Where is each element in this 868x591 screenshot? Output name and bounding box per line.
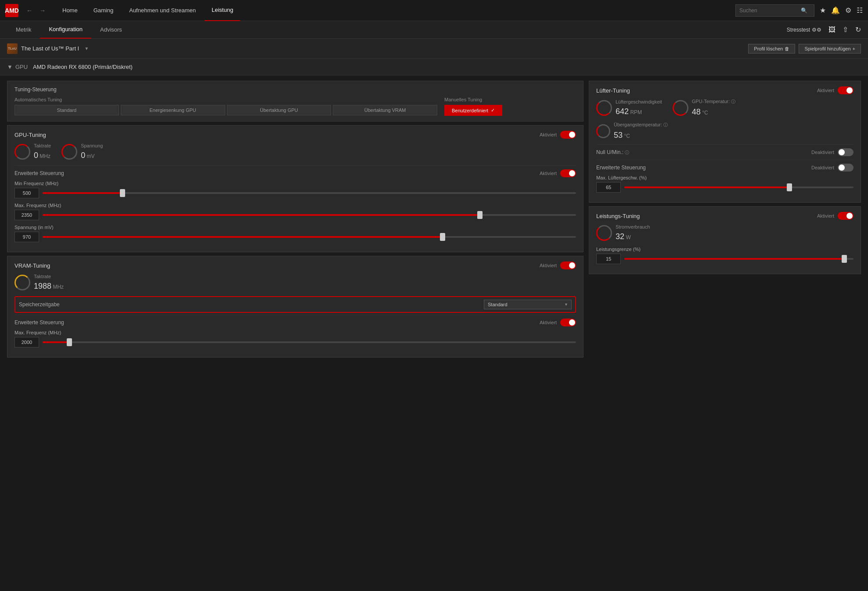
nav-icons: ★ 🔔 ⚙ ☷	[820, 6, 863, 14]
max-fan-track[interactable]	[624, 186, 854, 188]
adv-toggle[interactable]	[560, 169, 576, 177]
nav-record[interactable]: Aufnehmen und Streamen	[122, 0, 203, 21]
max-freq-track[interactable]	[43, 214, 576, 216]
share-icon[interactable]: ⇧	[843, 25, 848, 34]
gpu-header: ▼ GPU AMD Radeon RX 6800 (Primär/Diskret…	[0, 59, 868, 75]
luefter-adv-right: Deaktiviert	[811, 164, 854, 172]
gpu-temp-unit: °C	[702, 110, 708, 116]
min-freq-thumb	[120, 189, 125, 197]
leistungs-limit-section: Leistungsgrenze (%)	[596, 247, 854, 264]
search-icon: 🔍	[801, 7, 807, 14]
stress-test-button[interactable]: Stresstest ⚙⚙	[787, 27, 821, 33]
leistungs-activated-label: Aktiviert	[817, 213, 834, 218]
voltage-input[interactable]	[14, 232, 39, 242]
game-dropdown-arrow[interactable]: ▼	[84, 46, 89, 51]
tab-konfiguration[interactable]: Konfiguration	[40, 21, 91, 39]
leistungs-limit-input[interactable]	[596, 254, 621, 264]
leistungs-limit-fill	[624, 258, 844, 260]
vram-adv-toggle[interactable]	[560, 319, 576, 326]
vram-max-freq-label: Max. Frequenz (MHz)	[14, 330, 576, 335]
add-profile-button[interactable]: Spielprofil hinzufügen +	[799, 44, 861, 54]
takt-item: Taktrate 0 MHz	[14, 143, 51, 160]
luefter-toggle[interactable]	[838, 86, 854, 94]
vram-tuning-title: VRAM-Tuning	[14, 262, 50, 269]
game-title: TLoU The Last of Us™ Part I ▼	[7, 43, 748, 54]
speicher-dropdown[interactable]: Standard	[484, 300, 572, 309]
nav-arrows: ← →	[24, 5, 48, 16]
min-freq-section: Min Frequenz (MHz)	[14, 181, 576, 198]
leistungs-tuning-card: Leistungs-Tuning Aktiviert Stromverbrauc…	[589, 206, 861, 274]
gpu-tuning-toggle[interactable]	[560, 131, 576, 139]
preset-standard[interactable]: Standard	[14, 105, 119, 115]
bell-icon[interactable]: 🔔	[831, 6, 840, 14]
preset-oc-gpu[interactable]: Übertaktung GPU	[227, 105, 331, 115]
strom-dial	[596, 225, 612, 241]
manual-label: Manuelles Tuning	[444, 97, 576, 102]
leistungs-limit-row	[596, 254, 854, 264]
max-fan-section: Max. Lüftergeschw. (%)	[596, 175, 854, 193]
vram-takt-value-group: Taktrate 1988 MHz	[34, 274, 64, 291]
amd-logo: AMD	[5, 4, 18, 17]
forward-button[interactable]: →	[37, 5, 48, 16]
fan-speed-unit: RPM	[630, 109, 642, 115]
gear-icon[interactable]: ⚙	[845, 6, 851, 14]
luefter-header: Lüfter-Tuning Aktiviert	[596, 86, 854, 94]
luefter-adv-toggle[interactable]	[838, 164, 854, 172]
search-input[interactable]	[739, 7, 801, 14]
custom-button[interactable]: Benutzerdefiniert ✓	[444, 105, 502, 116]
leistungs-toggle[interactable]	[838, 212, 854, 220]
nav-home[interactable]: Home	[55, 0, 85, 21]
preset-energy[interactable]: Energiesenkung GPU	[121, 105, 225, 115]
nav-leistung[interactable]: Leistung	[205, 0, 240, 21]
max-freq-input[interactable]	[14, 210, 39, 220]
leistungs-title: Leistungs-Tuning	[596, 213, 640, 219]
vram-toggle[interactable]	[560, 261, 576, 269]
back-button[interactable]: ←	[24, 5, 35, 16]
max-fan-row	[596, 182, 854, 193]
max-fan-thumb	[787, 183, 792, 191]
transition-temp-value: 53	[614, 131, 623, 140]
info-icon: ⓘ	[731, 99, 735, 104]
luefter-tuning-card: Lüfter-Tuning Aktiviert Lüftergeschwindi…	[589, 81, 861, 203]
leistungs-limit-label: Leistungsgrenze (%)	[596, 247, 854, 252]
min-freq-row	[14, 188, 576, 198]
favorites-icon[interactable]: ★	[820, 6, 826, 14]
sub-nav-links: Metrik Konfiguration Advisors	[7, 21, 787, 39]
vram-takt-dial	[14, 275, 30, 290]
voltage-label: Spannung (in mV)	[14, 225, 576, 230]
gpu-temp-item: GPU-Temperatur: ⓘ 48 °C	[673, 99, 735, 117]
game-icon: TLoU	[7, 43, 18, 54]
vram-max-freq-row	[14, 337, 576, 347]
nav-gaming[interactable]: Gaming	[86, 0, 121, 21]
vram-max-freq-track[interactable]	[43, 341, 576, 343]
vram-max-freq-input[interactable]	[14, 337, 39, 347]
reset-icon[interactable]: ↻	[855, 25, 861, 34]
chevron-down-icon[interactable]: ▼	[7, 64, 13, 70]
null-toggle[interactable]	[838, 148, 854, 156]
max-fan-input[interactable]	[596, 182, 621, 193]
gpu-name: AMD Radeon RX 6800 (Primär/Diskret)	[33, 64, 133, 70]
grid-icon[interactable]: ☷	[857, 6, 863, 14]
vram-activated-label: Aktiviert	[540, 263, 557, 268]
luefter-adv-ctrl-row: Erweiterte Steuerung Deaktiviert	[596, 160, 854, 175]
gpu-temp-dial	[673, 100, 688, 116]
leistungs-limit-track[interactable]	[624, 258, 854, 260]
vram-max-freq-thumb	[67, 338, 72, 346]
delete-profile-button[interactable]: Profil löschen 🗑	[748, 44, 795, 54]
tab-metrik[interactable]: Metrik	[7, 21, 40, 39]
null-info-icon: ⓘ	[625, 150, 629, 155]
auto-section: Automatisches Tuning Standard Energiesen…	[14, 97, 437, 116]
min-freq-input[interactable]	[14, 188, 39, 198]
voltage-track[interactable]	[43, 236, 576, 238]
vram-takt-value: 1988	[34, 282, 51, 290]
gpu-tuning-header: GPU-Tuning Aktiviert	[14, 131, 576, 139]
preset-oc-vram[interactable]: Übertaktung VRAM	[333, 105, 437, 115]
max-freq-fill	[43, 214, 480, 216]
speicher-dropdown-wrapper: Standard	[484, 300, 572, 309]
tab-advisors[interactable]: Advisors	[91, 21, 131, 39]
fan-speed-value: 642	[616, 107, 629, 116]
min-freq-track[interactable]	[43, 192, 576, 194]
min-freq-label: Min Frequenz (MHz)	[14, 181, 576, 186]
vram-tuning-header: VRAM-Tuning Aktiviert	[14, 261, 576, 269]
monitor-icon[interactable]: 🖼	[828, 26, 836, 34]
